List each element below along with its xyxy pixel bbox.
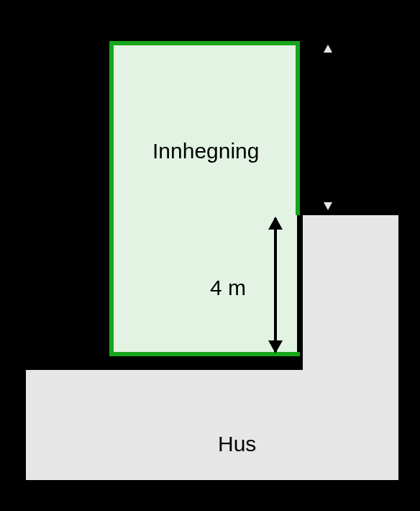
house-label: Hus — [218, 432, 256, 456]
dimension-arrow-x-head-bottom — [321, 200, 335, 213]
dimension-arrow-4m — [274, 218, 277, 352]
enclosure-label: Innhegning — [152, 139, 259, 163]
dimension-arrow-x-head-top — [321, 42, 335, 55]
dimension-label-4m: 4 m — [210, 276, 246, 300]
fence-top — [111, 41, 300, 45]
dimension-arrow-x-line — [327, 53, 329, 203]
fence-right-upper — [296, 41, 300, 215]
dimension-label-x: x — [330, 125, 353, 135]
diagram-canvas: Innhegning 4 m Hus x — [0, 0, 420, 511]
fence-left — [109, 41, 114, 356]
enclosure-shape — [111, 43, 297, 354]
